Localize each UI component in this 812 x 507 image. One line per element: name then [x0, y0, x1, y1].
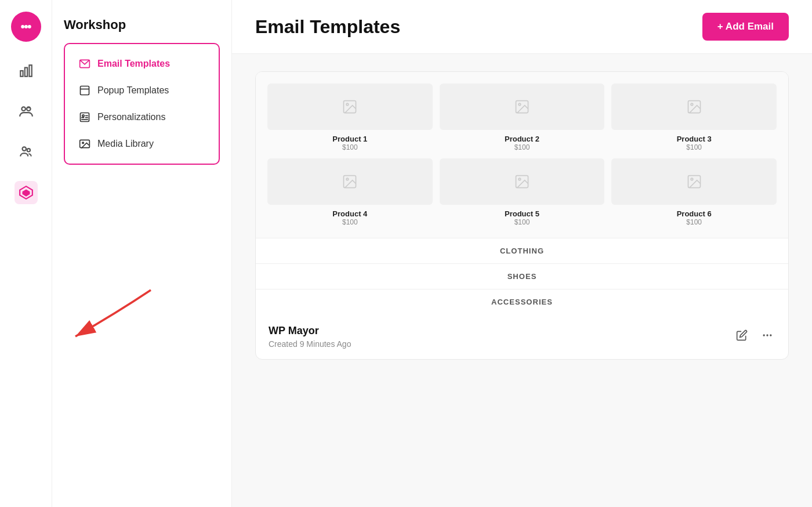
product-price: $100	[267, 143, 433, 151]
svg-point-33	[519, 178, 521, 180]
product-name: Product 6	[611, 209, 777, 218]
template-footer: WP Mayor Created 9 Minutes Ago	[256, 314, 788, 359]
svg-point-25	[346, 103, 349, 106]
svg-point-38	[770, 334, 771, 336]
product-price: $100	[611, 143, 777, 151]
page-title: Email Templates	[255, 16, 400, 38]
product-name: Product 4	[267, 209, 433, 218]
product-price: $100	[440, 218, 605, 226]
workshop-sidebar: Workshop Email Templates Popup Templates	[52, 0, 232, 507]
products-grid: Product 1 $100 Product 2	[267, 84, 777, 226]
list-item: Product 3 $100	[611, 84, 777, 151]
svg-marker-12	[23, 190, 29, 196]
product-image-placeholder	[611, 158, 777, 205]
svg-point-23	[82, 142, 84, 144]
category-list: CLOTHING SHOES ACCESSORIES	[256, 238, 788, 314]
analytics-nav-icon[interactable]	[14, 59, 38, 82]
svg-point-17	[82, 115, 84, 117]
svg-point-2	[27, 25, 31, 28]
sidebar-item-email-templates[interactable]: Email Templates	[68, 51, 215, 77]
segments-nav-icon[interactable]	[14, 100, 38, 123]
workshop-menu: Email Templates Popup Templates Personal…	[64, 43, 220, 165]
list-item: Product 2 $100	[440, 84, 605, 151]
category-item[interactable]: ACCESSORIES	[256, 289, 788, 314]
product-image-placeholder	[611, 84, 777, 130]
svg-point-31	[346, 178, 349, 180]
template-name: WP Mayor	[269, 325, 351, 337]
workshop-title: Workshop	[64, 17, 220, 32]
product-price: $100	[440, 143, 605, 151]
svg-point-6	[21, 107, 26, 111]
list-item: Product 5 $100	[440, 158, 605, 226]
svg-point-36	[763, 334, 765, 336]
sidebar-item-personalizations[interactable]: Personalizations	[68, 104, 215, 130]
svg-rect-14	[81, 86, 89, 95]
svg-point-9	[22, 147, 26, 151]
product-image-placeholder	[267, 158, 433, 205]
svg-point-37	[766, 334, 768, 336]
product-image-placeholder	[267, 84, 433, 130]
content-area: Product 1 $100 Product 2	[232, 54, 812, 507]
template-created: Created 9 Minutes Ago	[269, 339, 351, 349]
svg-point-29	[691, 103, 693, 106]
add-email-button[interactable]: + Add Email	[702, 13, 789, 41]
template-preview: Product 1 $100 Product 2	[256, 72, 788, 238]
list-item: Product 1 $100	[267, 84, 433, 151]
main-content: Email Templates + Add Email	[232, 0, 812, 507]
svg-point-35	[691, 178, 693, 180]
icon-sidebar	[0, 0, 52, 507]
template-info: WP Mayor Created 9 Minutes Ago	[269, 325, 351, 349]
product-image-placeholder	[440, 158, 605, 205]
product-price: $100	[267, 218, 433, 226]
svg-rect-5	[29, 65, 31, 77]
product-price: $100	[611, 218, 777, 226]
svg-point-10	[27, 149, 30, 151]
sidebar-item-media-library[interactable]: Media Library	[68, 131, 215, 157]
svg-rect-4	[24, 68, 27, 77]
template-actions	[734, 327, 775, 346]
product-name: Product 1	[267, 135, 433, 143]
sidebar-item-popup-templates[interactable]: Popup Templates	[68, 78, 215, 103]
svg-rect-3	[20, 71, 23, 77]
product-name: Product 3	[611, 135, 777, 143]
product-name: Product 2	[440, 135, 605, 143]
product-name: Product 5	[440, 209, 605, 218]
more-options-button[interactable]	[759, 327, 775, 346]
svg-point-1	[24, 25, 28, 28]
product-image-placeholder	[440, 84, 605, 130]
top-bar: Email Templates + Add Email	[232, 0, 812, 54]
edit-template-button[interactable]	[734, 327, 750, 346]
logo-button[interactable]	[11, 12, 41, 42]
list-item: Product 4 $100	[267, 158, 433, 226]
workshop-nav-icon[interactable]	[14, 181, 38, 204]
svg-point-27	[519, 103, 521, 106]
category-item[interactable]: CLOTHING	[256, 238, 788, 264]
svg-point-0	[21, 25, 24, 28]
category-item[interactable]: SHOES	[256, 264, 788, 289]
list-item: Product 6 $100	[611, 158, 777, 226]
template-card: Product 1 $100 Product 2	[255, 71, 789, 360]
teams-nav-icon[interactable]	[14, 140, 38, 164]
